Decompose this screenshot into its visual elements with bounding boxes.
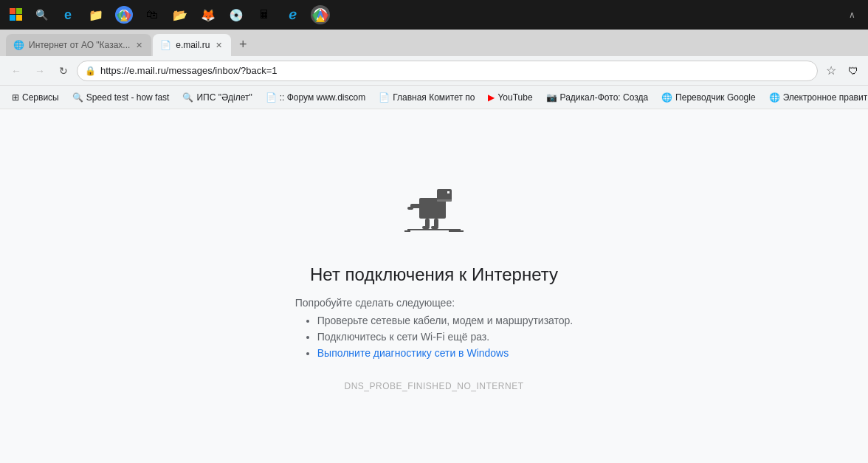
taskbar-chevron[interactable]: ∧ (841, 4, 862, 25)
windows-start-button[interactable] (6, 4, 27, 25)
svg-rect-22 (404, 230, 410, 232)
svg-rect-1 (16, 8, 22, 14)
tab-title-email: e.mail.ru (176, 40, 210, 50)
bookmark-radical-label: Радикал-Фото: Созда (560, 92, 649, 103)
bookmark-radical[interactable]: 📷 Радикал-Фото: Созда (540, 89, 655, 106)
tab-close-email[interactable]: ✕ (214, 39, 224, 52)
gov-icon: 🌐 (769, 92, 780, 103)
svg-rect-23 (449, 230, 464, 232)
new-tab-button[interactable]: + (232, 34, 253, 55)
svg-rect-11 (437, 189, 452, 201)
extension-icon[interactable]: 🛡 (844, 62, 862, 80)
error-tip-2: Подключитесь к сети Wi-Fi ещё раз. (317, 331, 574, 343)
nav-bar: ← → ↻ 🔒 https://e.mail.ru/messages/inbox… (0, 56, 868, 86)
tab-favicon-internet: 🌐 (13, 40, 24, 50)
svg-rect-19 (422, 226, 430, 229)
taskbar: 🔍 e 📁 🛍 📂 🦊 💿 🖩 ℯ ∧ (0, 0, 868, 30)
svg-rect-21 (407, 229, 461, 230)
dino-icon (404, 183, 464, 235)
svg-rect-16 (438, 211, 444, 214)
lock-icon: 🔒 (85, 66, 96, 76)
dino-container (404, 183, 464, 235)
bookmark-gov-label: Электронное правит (783, 92, 868, 103)
svg-rect-12 (447, 191, 450, 193)
svg-rect-3 (16, 15, 22, 21)
file-explorer-taskbar-icon[interactable]: 📁 (84, 3, 108, 27)
error-suggestion: Попробуйте сделать следующее: (295, 297, 574, 309)
radical-icon: 📷 (546, 92, 557, 103)
bookmark-komitet[interactable]: 📄 Главная Комитет по (373, 89, 480, 106)
bookmark-speedtest[interactable]: 🔍 Speed test - how fast (66, 89, 176, 106)
translate-icon: 🌐 (661, 92, 672, 103)
calculator-taskbar-icon[interactable]: 🖩 (252, 3, 276, 27)
bookmark-services-label: Сервисы (22, 92, 59, 103)
svg-rect-0 (10, 8, 16, 14)
svg-rect-20 (431, 226, 438, 229)
tab-close-internet[interactable]: ✕ (134, 39, 144, 52)
store-taskbar-icon[interactable]: 🛍 (140, 3, 164, 27)
chrome-taskbar-icon[interactable] (112, 3, 136, 27)
url-text: https://e.mail.ru/messages/inbox/?back=1 (100, 65, 810, 76)
tab-title-internet: Интернет от АО "Казах... (29, 40, 130, 50)
error-tip-1: Проверьте сетевые кабели, модем и маршру… (317, 315, 574, 326)
bookmark-youtube-label: YouTube (497, 92, 532, 103)
tab-internet[interactable]: 🌐 Интернет от АО "Казах... ✕ (6, 34, 151, 56)
bookmark-komitet-label: Главная Комитет по (393, 92, 475, 103)
folder-taskbar-icon[interactable]: 📂 (168, 3, 192, 27)
back-button[interactable]: ← (6, 61, 27, 81)
error-code: DNS_PROBE_FINISHED_NO_INTERNET (344, 381, 523, 391)
address-bar[interactable]: 🔒 https://e.mail.ru/messages/inbox/?back… (77, 61, 818, 81)
bookmark-translate[interactable]: 🌐 Переводчик Google (655, 89, 762, 106)
komitet-icon: 📄 (379, 92, 390, 103)
chrome-active-taskbar-icon[interactable] (309, 3, 332, 27)
error-tips-list: Проверьте сетевые кабели, модем и маршру… (295, 315, 574, 359)
page-content: Нет подключения к Интернету Попробуйте с… (0, 109, 868, 463)
bookmark-gov[interactable]: 🌐 Электронное правит (763, 89, 868, 106)
error-title: Нет подключения к Интернету (310, 264, 558, 285)
taskbar-right-area: ∧ (841, 4, 862, 25)
speedtest-icon: 🔍 (72, 92, 83, 103)
reload-button[interactable]: ↻ (53, 61, 74, 81)
forward-button[interactable]: → (30, 61, 50, 81)
tab-favicon-email: 📄 (160, 40, 171, 50)
services-icon: ⊞ (12, 92, 19, 103)
error-tip-2-text: Подключитесь к сети Wi-Fi ещё раз. (317, 331, 489, 343)
ie-taskbar-icon[interactable]: ℯ (280, 3, 304, 27)
error-tip-1-text: Проверьте сетевые кабели, модем и маршру… (317, 315, 574, 326)
svg-rect-13 (437, 199, 452, 202)
bookmark-star-button[interactable]: ☆ (821, 61, 841, 81)
bookmark-translate-label: Переводчик Google (675, 92, 756, 103)
svg-rect-15 (407, 207, 413, 210)
bookmark-services[interactable]: ⊞ Сервисы (6, 89, 65, 106)
svg-rect-2 (10, 15, 16, 21)
search-taskbar-button[interactable]: 🔍 (31, 4, 52, 25)
bookmark-ips[interactable]: 🔍 ИПС "Әділет" (176, 89, 258, 106)
error-diagnostics-link[interactable]: Выполните диагностику сети в Windows (317, 347, 509, 359)
edge-taskbar-icon[interactable]: e (56, 3, 80, 27)
bookmark-ips-label: ИПС "Әділет" (196, 92, 252, 103)
forum-icon: 📄 (266, 92, 277, 103)
bookmark-forum-label: :: Форум www.discom (280, 92, 365, 103)
bookmark-speedtest-label: Speed test - how fast (86, 92, 170, 103)
tab-email[interactable]: 📄 e.mail.ru ✕ (153, 34, 231, 56)
ips-icon: 🔍 (182, 92, 193, 103)
app6-taskbar-icon[interactable]: 🦊 (196, 3, 220, 27)
error-tip-3: Выполните диагностику сети в Windows (317, 347, 574, 359)
app7-taskbar-icon[interactable]: 💿 (224, 3, 248, 27)
youtube-icon: ▶ (488, 92, 495, 103)
bookmark-forum[interactable]: 📄 :: Форум www.discom (260, 89, 371, 106)
bookmarks-bar: ⊞ Сервисы 🔍 Speed test - how fast 🔍 ИПС … (0, 86, 868, 109)
bookmark-youtube[interactable]: ▶ YouTube (482, 89, 538, 106)
tab-bar: 🌐 Интернет от АО "Казах... ✕ 📄 e.mail.ru… (0, 30, 868, 56)
